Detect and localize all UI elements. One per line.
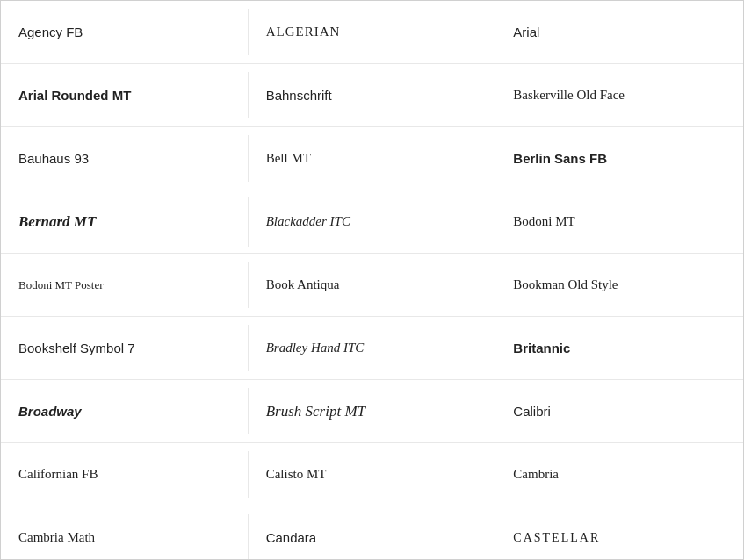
font-cell[interactable]: Berlin Sans FB bbox=[495, 135, 743, 182]
font-cell[interactable]: Bodoni MT bbox=[495, 198, 743, 245]
font-row[interactable]: BroadwayBrush Script MTCalibri bbox=[1, 380, 743, 443]
font-grid[interactable]: Agency FBALGERIANArialArial Rounded MTBa… bbox=[1, 1, 743, 559]
font-row[interactable]: Bernard MTBlackadder ITCBodoni MT bbox=[1, 190, 743, 254]
font-cell[interactable]: Bradley Hand ITC bbox=[249, 325, 496, 371]
font-cell[interactable]: Bookman Old Style bbox=[495, 262, 743, 308]
font-cell[interactable]: Cambria Math bbox=[1, 514, 249, 559]
font-row[interactable]: Bauhaus 93Bell MTBerlin Sans FB bbox=[1, 127, 743, 190]
font-cell[interactable]: Broadway bbox=[1, 388, 249, 434]
font-row[interactable]: Arial Rounded MTBahnschriftBaskerville O… bbox=[1, 64, 743, 127]
font-cell[interactable]: CASTELLAR bbox=[495, 515, 743, 560]
font-row[interactable]: Bookshelf Symbol 7Bradley Hand ITCBritan… bbox=[1, 317, 743, 380]
font-cell[interactable]: Bernard MT bbox=[1, 197, 249, 247]
font-cell[interactable]: Bell MT bbox=[249, 135, 496, 182]
font-row[interactable]: Californian FBCalisto MTCambria bbox=[1, 443, 743, 506]
font-cell[interactable]: Calibri bbox=[495, 388, 743, 434]
font-cell[interactable]: Bodoni MT Poster bbox=[1, 262, 249, 308]
font-row[interactable]: Bodoni MT PosterBook AntiquaBookman Old … bbox=[1, 254, 743, 317]
font-cell[interactable]: Book Antiqua bbox=[249, 262, 496, 308]
font-cell[interactable]: Candara bbox=[249, 514, 496, 559]
font-cell[interactable]: Calisto MT bbox=[249, 451, 496, 498]
font-cell[interactable]: Bauhaus 93 bbox=[1, 135, 249, 182]
font-cell[interactable]: Baskerville Old Face bbox=[495, 72, 743, 118]
font-list-container: Agency FBALGERIANArialArial Rounded MTBa… bbox=[0, 0, 744, 560]
font-cell[interactable]: Bahnschrift bbox=[249, 72, 496, 118]
font-cell[interactable]: Britannic bbox=[495, 325, 743, 371]
font-row[interactable]: Cambria MathCandaraCASTELLAR bbox=[1, 506, 743, 559]
font-row[interactable]: Agency FBALGERIANArial bbox=[1, 1, 743, 64]
font-cell[interactable]: Bookshelf Symbol 7 bbox=[1, 325, 249, 371]
font-cell[interactable]: Cambria bbox=[495, 451, 743, 498]
font-cell[interactable]: ALGERIAN bbox=[249, 9, 496, 55]
font-cell[interactable]: Brush Script MT bbox=[249, 387, 496, 436]
font-cell[interactable]: Arial bbox=[495, 9, 743, 55]
font-cell[interactable]: Blackadder ITC bbox=[249, 198, 496, 245]
font-cell[interactable]: Agency FB bbox=[1, 9, 249, 55]
font-cell[interactable]: Arial Rounded MT bbox=[1, 72, 249, 118]
font-cell[interactable]: Californian FB bbox=[1, 451, 249, 498]
